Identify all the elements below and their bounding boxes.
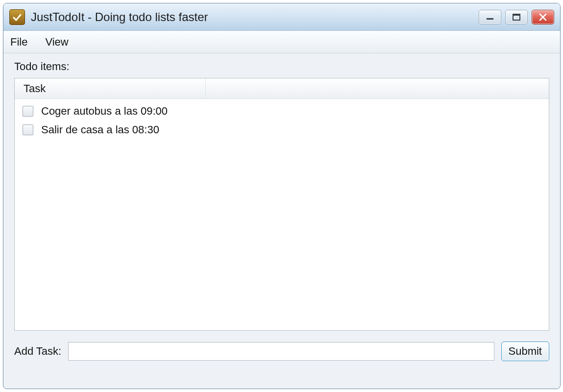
svg-rect-0: [487, 18, 493, 20]
task-checkbox[interactable]: [23, 124, 33, 135]
titlebar[interactable]: JustTodoIt - Doing todo lists faster: [3, 3, 560, 31]
app-icon: [9, 9, 25, 25]
add-task-label: Add Task:: [14, 345, 61, 358]
window-title: JustTodoIt - Doing todo lists faster: [31, 10, 208, 24]
close-button[interactable]: [532, 10, 554, 24]
maximize-button[interactable]: [505, 10, 528, 24]
list-rows: Coger autobus a las 09:00 Salir de casa …: [15, 99, 549, 139]
minimize-button[interactable]: [479, 10, 501, 24]
list-header: Task: [15, 78, 549, 99]
submit-button[interactable]: Submit: [501, 342, 549, 361]
close-icon: [539, 13, 547, 22]
client-area: Todo items: Task Coger autobus a las 09:…: [3, 53, 560, 370]
task-checkbox[interactable]: [23, 106, 33, 117]
minimize-icon: [485, 14, 495, 21]
task-text: Coger autobus a las 09:00: [41, 105, 168, 118]
task-listview[interactable]: Task Coger autobus a las 09:00 Salir de …: [14, 78, 549, 331]
svg-rect-2: [513, 14, 520, 16]
list-item[interactable]: Coger autobus a las 09:00: [15, 102, 549, 121]
list-item[interactable]: Salir de casa a las 08:30: [15, 121, 549, 139]
column-header-task[interactable]: Task: [15, 78, 206, 98]
task-text: Salir de casa a las 08:30: [41, 123, 159, 136]
maximize-icon: [511, 13, 522, 21]
app-window: JustTodoIt - Doing todo lists faster: [3, 3, 561, 389]
menubar: File View: [3, 31, 560, 53]
submit-button-label: Submit: [509, 345, 542, 358]
window-controls: [479, 10, 554, 24]
add-task-bar: Add Task: Submit: [14, 342, 549, 361]
add-task-input[interactable]: [68, 342, 494, 361]
menu-view[interactable]: View: [42, 34, 71, 50]
todo-items-label: Todo items:: [14, 60, 549, 73]
column-header-empty[interactable]: [206, 78, 549, 98]
menu-file[interactable]: File: [7, 34, 30, 50]
